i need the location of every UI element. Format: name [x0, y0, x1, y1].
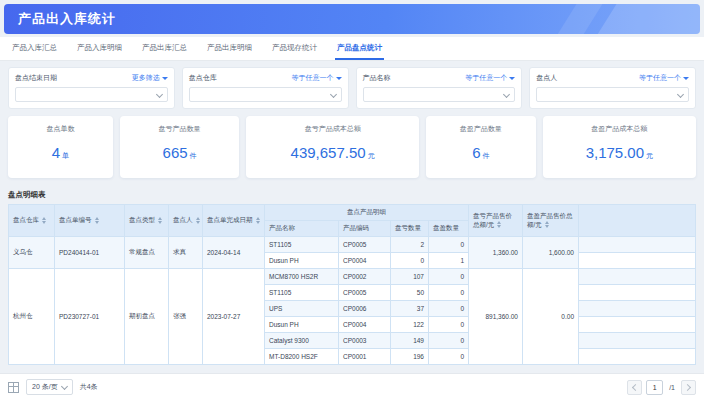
- table-section: 盘点明细表 盘点仓库盘点单编号盘点类型盘点人盘点单完成日期盘点产品明细盘亏产品售…: [0, 185, 704, 373]
- filter-person: 盘点人 等于任意一个: [529, 67, 696, 109]
- cell-product-code: CP0004: [339, 253, 391, 269]
- col-person[interactable]: 盘点人: [169, 205, 203, 237]
- caret-down-icon: [683, 77, 689, 80]
- cell-order-no: PD240414-01: [55, 237, 125, 269]
- cell-loss-qty: 196: [391, 349, 429, 365]
- col-order-no[interactable]: 盘点单编号: [55, 205, 125, 237]
- prev-page-button[interactable]: [627, 380, 642, 395]
- cell-finish-date: 2024-04-14: [203, 237, 265, 269]
- column-settings-icon[interactable]: [8, 382, 19, 393]
- stats-bar: 盘点单数 4单 盘亏产品数量 665件 盘亏产品成本总额 439,657.50元…: [0, 113, 704, 185]
- chevron-down-icon: [503, 91, 510, 98]
- cell-person: 求真: [169, 237, 203, 269]
- tab-0[interactable]: 产品入库汇总: [10, 37, 59, 60]
- cell-product-name: UPS: [265, 301, 339, 317]
- cell-filler: [579, 349, 696, 365]
- cell-warehouse: 杭州仓: [9, 269, 55, 365]
- col-loss-qty[interactable]: 盘亏数量: [391, 221, 429, 237]
- cell-gain-qty: 0: [429, 349, 469, 365]
- cell-filler: [579, 317, 696, 333]
- sort-icon: [196, 217, 200, 224]
- stat-value: 4: [52, 144, 60, 161]
- chevron-down-icon: [329, 91, 336, 98]
- page-banner: 产品出入库统计: [4, 4, 700, 34]
- cell-product-code: CP0003: [339, 333, 391, 349]
- tab-3[interactable]: 产品出库明细: [205, 37, 254, 60]
- app: 产品出入库统计 产品入库汇总产品入库明细产品出库汇总产品出库明细产品现存统计产品…: [0, 0, 704, 400]
- stocktake-detail-table: 盘点仓库盘点单编号盘点类型盘点人盘点单完成日期盘点产品明细盘亏产品售价总额/元盘…: [8, 204, 696, 365]
- col-finish-date[interactable]: 盘点单完成日期: [203, 205, 265, 237]
- stat-gain-qty: 盘盈产品数量 6件: [426, 116, 536, 178]
- cell-type: 常规盘点: [125, 237, 169, 269]
- tab-5[interactable]: 产品盘点统计: [335, 37, 384, 60]
- table-body: 义乌仓PD240414-01常规盘点求真2024-04-14ST1105CP00…: [9, 237, 696, 365]
- cell-filler: [579, 237, 696, 253]
- cell-product-name: Dusun PH: [265, 253, 339, 269]
- cell-gain-qty: 0: [429, 269, 469, 285]
- cell-loss-qty: 2: [391, 237, 429, 253]
- cell-gain-qty: 0: [429, 301, 469, 317]
- cell-product-code: CP0002: [339, 269, 391, 285]
- filter-label: 盘点结束日期: [15, 73, 57, 83]
- stat-gain-cost: 盘盈产品成本总额 3,175.00元: [543, 116, 696, 178]
- col-product-name[interactable]: 产品名称: [265, 221, 339, 237]
- caret-down-icon: [509, 77, 515, 80]
- page-size-select[interactable]: 20 条/页: [26, 379, 73, 395]
- stat-value: 6: [472, 144, 480, 161]
- chevron-down-icon: [156, 91, 163, 98]
- filter-label: 盘点仓库: [189, 73, 217, 83]
- tab-4[interactable]: 产品现存统计: [270, 37, 319, 60]
- condition-link[interactable]: 等于任意一个: [465, 73, 515, 83]
- col-type[interactable]: 盘点类型: [125, 205, 169, 237]
- next-page-button[interactable]: [681, 380, 696, 395]
- table-head: 盘点仓库盘点单编号盘点类型盘点人盘点单完成日期盘点产品明细盘亏产品售价总额/元盘…: [9, 205, 696, 237]
- filter-product-name: 产品名称 等于任意一个: [356, 67, 523, 109]
- cell-loss-total: 1,360.00: [469, 237, 523, 269]
- col-warehouse[interactable]: 盘点仓库: [9, 205, 55, 237]
- condition-link[interactable]: 等于任意一个: [639, 73, 689, 83]
- person-select[interactable]: [536, 87, 689, 102]
- cell-product-name: ST1105: [265, 237, 339, 253]
- pagination: 1 /1: [627, 380, 696, 395]
- col-loss-total[interactable]: 盘亏产品售价总额/元: [469, 205, 523, 237]
- col-product-code[interactable]: 产品编码: [339, 221, 391, 237]
- cell-loss-qty: 149: [391, 333, 429, 349]
- table-row: 义乌仓PD240414-01常规盘点求真2024-04-14ST1105CP00…: [9, 237, 696, 253]
- more-filters-link[interactable]: 更多筛选: [132, 73, 168, 83]
- cell-product-code: CP0006: [339, 301, 391, 317]
- tab-1[interactable]: 产品入库明细: [75, 37, 124, 60]
- filter-warehouse: 盘点仓库 等于任意一个: [182, 67, 349, 109]
- cell-warehouse: 义乌仓: [9, 237, 55, 269]
- cell-loss-qty: 37: [391, 301, 429, 317]
- col-filler: [579, 205, 696, 237]
- cell-gain-total: 0.00: [523, 269, 579, 365]
- caret-down-icon: [162, 77, 168, 80]
- cell-gain-qty: 0: [429, 333, 469, 349]
- cell-gain-qty: 0: [429, 285, 469, 301]
- cell-loss-total: 891,360.00: [469, 269, 523, 365]
- warehouse-select[interactable]: [189, 87, 342, 102]
- chevron-down-icon: [61, 382, 68, 389]
- cell-gain-qty: 1: [429, 253, 469, 269]
- cell-gain-qty: 0: [429, 317, 469, 333]
- sort-icon: [497, 221, 501, 228]
- product-name-select[interactable]: [363, 87, 516, 102]
- cell-order-no: PD230727-01: [55, 269, 125, 365]
- cell-filler: [579, 253, 696, 269]
- condition-link[interactable]: 等于任意一个: [292, 73, 342, 83]
- current-page-box[interactable]: 1: [646, 380, 663, 395]
- col-gain-total[interactable]: 盘盈产品售价总额/元: [523, 205, 579, 237]
- end-date-select[interactable]: [15, 87, 168, 102]
- total-count: 共4条: [80, 382, 98, 392]
- sort-icon: [95, 217, 99, 224]
- cell-loss-qty: 122: [391, 317, 429, 333]
- cell-loss-qty: 50: [391, 285, 429, 301]
- cell-gain-qty: 0: [429, 237, 469, 253]
- sort-icon: [42, 217, 46, 224]
- filter-label: 产品名称: [363, 73, 391, 83]
- cell-product-code: CP0001: [339, 349, 391, 365]
- cell-product-name: Catalyst 9300: [265, 333, 339, 349]
- col-gain-qty[interactable]: 盘盈数量: [429, 221, 469, 237]
- tab-2[interactable]: 产品出库汇总: [140, 37, 189, 60]
- cell-product-code: CP0005: [339, 237, 391, 253]
